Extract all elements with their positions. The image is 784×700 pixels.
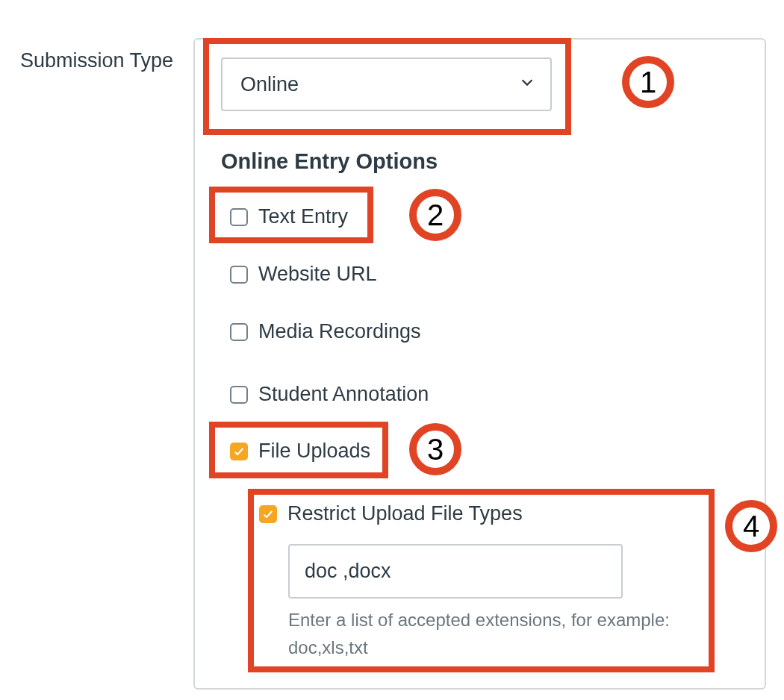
submission-type-select-value: Online bbox=[240, 73, 519, 96]
allowed-extensions-input[interactable] bbox=[288, 544, 623, 599]
option-website-url: Website URL bbox=[230, 263, 377, 286]
file-uploads-label[interactable]: File Uploads bbox=[258, 440, 370, 463]
option-text-entry: Text Entry bbox=[230, 205, 348, 228]
media-recordings-label[interactable]: Media Recordings bbox=[258, 320, 421, 343]
chevron-down-icon bbox=[519, 74, 535, 95]
option-restrict-upload-file-types: Restrict Upload File Types bbox=[259, 502, 523, 525]
option-file-uploads: File Uploads bbox=[230, 440, 370, 463]
website-url-label[interactable]: Website URL bbox=[258, 263, 377, 286]
file-uploads-checkbox[interactable] bbox=[230, 443, 248, 460]
student-annotation-label[interactable]: Student Annotation bbox=[258, 383, 429, 406]
text-entry-label[interactable]: Text Entry bbox=[258, 205, 348, 228]
check-icon bbox=[233, 446, 245, 457]
media-recordings-checkbox[interactable] bbox=[230, 323, 248, 341]
allowed-extensions-help-text: Enter a list of accepted extensions, for… bbox=[288, 606, 706, 661]
option-media-recordings: Media Recordings bbox=[230, 320, 421, 343]
website-url-checkbox[interactable] bbox=[230, 266, 248, 284]
student-annotation-checkbox[interactable] bbox=[230, 386, 248, 404]
submission-type-label: Submission Type bbox=[20, 49, 173, 72]
check-icon bbox=[262, 508, 274, 520]
option-student-annotation: Student Annotation bbox=[230, 383, 429, 406]
restrict-file-types-label[interactable]: Restrict Upload File Types bbox=[287, 502, 523, 525]
text-entry-checkbox[interactable] bbox=[230, 208, 248, 226]
restrict-file-types-checkbox[interactable] bbox=[259, 505, 277, 523]
online-entry-options-heading: Online Entry Options bbox=[221, 149, 438, 174]
submission-type-select[interactable]: Online bbox=[221, 57, 552, 111]
